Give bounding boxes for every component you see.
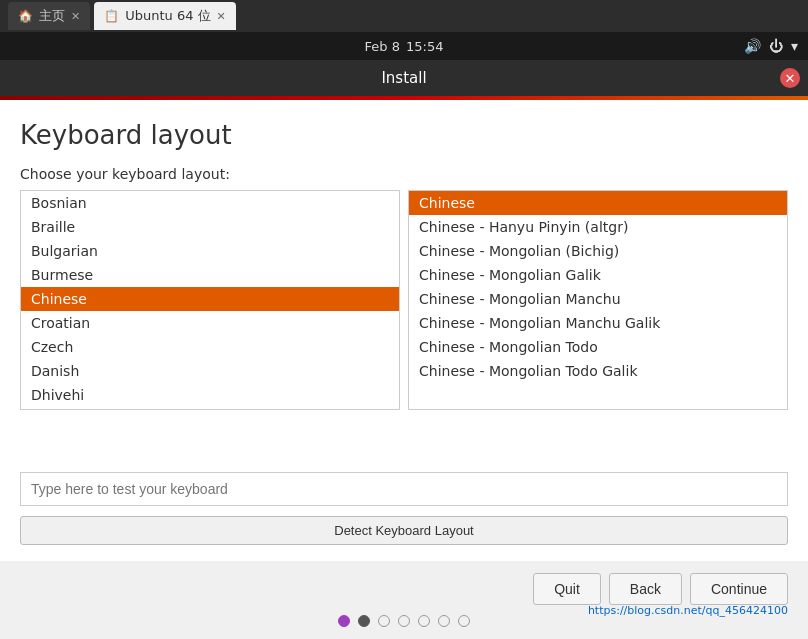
back-button[interactable]: Back <box>609 573 682 605</box>
list-item[interactable]: Chinese - Mongolian Manchu <box>409 287 787 311</box>
home-icon: 🏠 <box>18 9 33 23</box>
watermark: https://blog.csdn.net/qq_456424100 <box>588 604 788 617</box>
list-item[interactable]: Chinese - Mongolian Manchu Galik <box>409 311 787 335</box>
continue-button[interactable]: Continue <box>690 573 788 605</box>
list-item[interactable]: Dhivehi <box>21 383 399 407</box>
install-title: Install <box>381 69 426 87</box>
list-item[interactable]: Chinese <box>21 287 399 311</box>
dot-6 <box>438 615 450 627</box>
back-label: Back <box>630 581 661 597</box>
title-bar: 🏠 主页 ✕ 📋 Ubuntu 64 位 ✕ <box>0 0 808 32</box>
list-item[interactable]: Chinese - Hanyu Pinyin (altgr) <box>409 215 787 239</box>
menu-arrow-icon[interactable]: ▾ <box>791 38 798 54</box>
list-item[interactable]: Chinese - Mongolian Todo <box>409 335 787 359</box>
progress-dots <box>338 615 470 627</box>
install-close-button[interactable]: ✕ <box>780 68 800 88</box>
system-clock: 15:54 <box>406 39 443 54</box>
list-item[interactable]: Bulgarian <box>21 239 399 263</box>
continue-label: Continue <box>711 581 767 597</box>
tab-ubuntu-label: Ubuntu 64 位 <box>125 7 210 25</box>
list-item[interactable]: Chinese - Mongolian Todo Galik <box>409 359 787 383</box>
main-content: Keyboard layout Choose your keyboard lay… <box>0 100 808 561</box>
list-item[interactable]: Burmese <box>21 263 399 287</box>
dot-1 <box>338 615 350 627</box>
list-item[interactable]: Chinese - Mongolian (Bichig) <box>409 239 787 263</box>
system-icons: 🔊 ⏻ ▾ <box>744 38 798 54</box>
quit-button[interactable]: Quit <box>533 573 601 605</box>
list-item[interactable]: Bosnian <box>21 191 399 215</box>
tab-ubuntu[interactable]: 📋 Ubuntu 64 位 ✕ <box>94 2 236 30</box>
list-item[interactable]: Croatian <box>21 311 399 335</box>
bottom-area: Quit Back Continue https://blog.csdn.net… <box>0 561 808 639</box>
dot-5 <box>418 615 430 627</box>
tab-home[interactable]: 🏠 主页 ✕ <box>8 2 90 30</box>
action-buttons: Quit Back Continue <box>20 573 788 605</box>
list-item[interactable]: Chinese - Mongolian Galik <box>409 263 787 287</box>
dot-2 <box>358 615 370 627</box>
keyboard-variant-list[interactable]: ChineseChinese - Hanyu Pinyin (altgr)Chi… <box>408 190 788 410</box>
detect-button-label: Detect Keyboard Layout <box>334 523 473 538</box>
close-icon: ✕ <box>785 71 796 86</box>
list-item[interactable]: Danish <box>21 359 399 383</box>
list-item[interactable]: Chinese <box>409 191 787 215</box>
power-icon[interactable]: ⏻ <box>769 38 783 54</box>
keyboard-layout-list[interactable]: BosnianBrailleBulgarianBurmeseChineseCro… <box>20 190 400 410</box>
detect-keyboard-button[interactable]: Detect Keyboard Layout <box>20 516 788 545</box>
lists-container: BosnianBrailleBulgarianBurmeseChineseCro… <box>20 190 788 462</box>
system-time: Feb 8 15:54 <box>365 39 444 54</box>
dot-7 <box>458 615 470 627</box>
system-date: Feb 8 <box>365 39 400 54</box>
keyboard-test-input[interactable] <box>20 472 788 506</box>
list-item[interactable]: Czech <box>21 335 399 359</box>
page-title: Keyboard layout <box>20 120 788 150</box>
install-header: Install ✕ <box>0 60 808 96</box>
tab-home-label: 主页 <box>39 7 65 25</box>
dot-4 <box>398 615 410 627</box>
list-item[interactable]: Braille <box>21 215 399 239</box>
choose-label: Choose your keyboard layout: <box>20 166 788 182</box>
system-bar: Feb 8 15:54 🔊 ⏻ ▾ <box>0 32 808 60</box>
quit-label: Quit <box>554 581 580 597</box>
tab-home-close[interactable]: ✕ <box>71 10 80 23</box>
dot-3 <box>378 615 390 627</box>
ubuntu-icon: 📋 <box>104 9 119 23</box>
bottom-row: https://blog.csdn.net/qq_456424100 <box>20 615 788 627</box>
volume-icon[interactable]: 🔊 <box>744 38 761 54</box>
tab-ubuntu-close[interactable]: ✕ <box>217 10 226 23</box>
